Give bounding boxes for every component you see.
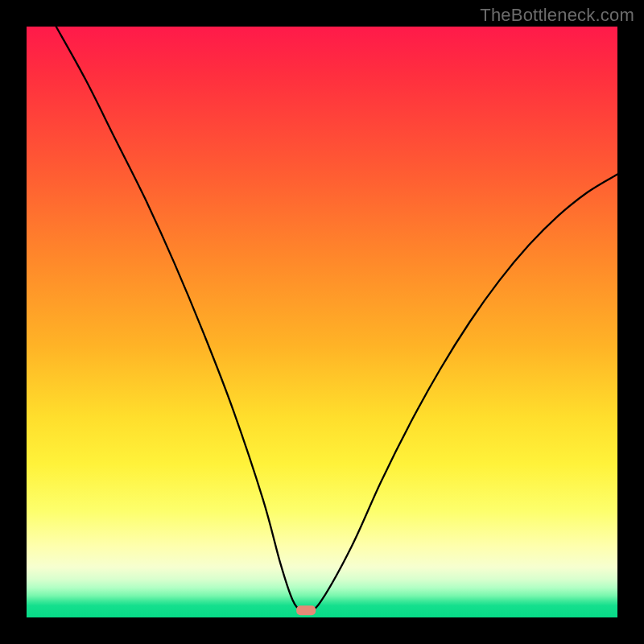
chart-frame: TheBottleneck.com (0, 0, 644, 644)
minimum-marker (296, 605, 316, 615)
watermark-text: TheBottleneck.com (480, 5, 634, 26)
plot-area (27, 27, 617, 617)
curve-layer (27, 27, 617, 617)
bottleneck-curve (56, 27, 617, 612)
